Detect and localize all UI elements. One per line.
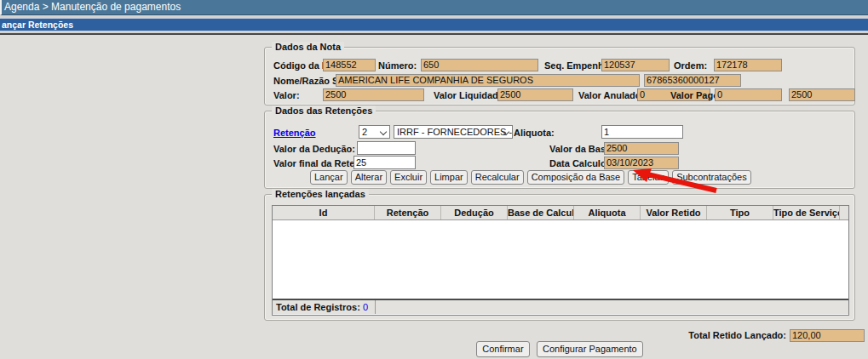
alterar-button[interactable]: Alterar bbox=[351, 170, 387, 185]
composicao-da-base-button[interactable]: Composição da Base bbox=[527, 170, 625, 185]
retencoes-table-body-empty bbox=[273, 220, 848, 299]
valor-liquidado-field: 2500 bbox=[497, 88, 573, 101]
numero-label: Número: bbox=[378, 60, 417, 71]
configurar-pagamento-button[interactable]: Configurar Pagamento bbox=[537, 341, 643, 357]
base-calculo-field: 2500 bbox=[604, 142, 679, 155]
retencoes-table-footer: Total de Registros: 0 bbox=[273, 299, 848, 314]
chevron-down-icon bbox=[380, 128, 387, 135]
column-header-tipo-de-servico: Tipo de Serviço bbox=[773, 206, 839, 219]
column-header-base-de-calculo: Base de Calculo bbox=[507, 206, 573, 219]
valor-label: Valor: bbox=[273, 89, 300, 101]
retencao-desc-selected: IRRF - FORNECEDORES - PJ - 1% bbox=[397, 127, 513, 137]
lancar-button[interactable]: Lançar bbox=[310, 170, 348, 185]
column-header-valor-retido: Valor Retido bbox=[640, 206, 706, 219]
ordem-field: 172178 bbox=[714, 59, 782, 71]
column-header-tipo: Tipo bbox=[706, 206, 773, 219]
valor-field: 2500 bbox=[323, 88, 424, 101]
total-registros-label: Total de Registros: bbox=[276, 302, 360, 312]
retencao-code-selected: 2 bbox=[362, 127, 367, 137]
column-header-aliquota: Aliquota bbox=[573, 206, 640, 219]
subnav-bar: ançar Retenções bbox=[0, 18, 868, 31]
data-calculo-label: Data Calculo bbox=[549, 157, 606, 169]
total-retido-lancado-label: Total Retido Lançado: bbox=[626, 330, 786, 340]
numero-field: 650 bbox=[421, 59, 538, 71]
red-arrow-annotation bbox=[628, 165, 726, 197]
retencao-code-select[interactable]: 2 bbox=[359, 125, 390, 139]
ordem-label: Ordem: bbox=[674, 60, 707, 71]
column-header-retencao: Retenção bbox=[374, 206, 440, 219]
valor-deducao-input[interactable] bbox=[357, 141, 416, 155]
confirmar-button[interactable]: Confirmar bbox=[476, 341, 529, 357]
valor-final-retencao-input[interactable] bbox=[354, 156, 416, 169]
excluir-button[interactable]: Excluir bbox=[390, 170, 427, 185]
valor-liquidado-label: Valor Liquidado: bbox=[434, 89, 507, 101]
legend-dados-da-nota: Dados da Nota bbox=[272, 42, 344, 53]
limpar-button[interactable]: Limpar bbox=[430, 170, 468, 185]
cnpj-field: 67865360000127 bbox=[644, 74, 741, 87]
column-header-id: Id bbox=[273, 206, 374, 219]
seq-empenho-field: 120537 bbox=[601, 59, 670, 71]
aliquota-label: Aliquota: bbox=[514, 127, 555, 139]
retencao-link[interactable]: Retenção bbox=[273, 127, 316, 139]
retencoes-table: Id Retenção Dedução Base de Calculo Aliq… bbox=[272, 205, 849, 316]
divider-darkline bbox=[0, 33, 868, 35]
retencao-desc-select[interactable]: IRRF - FORNECEDORES - PJ - 1% bbox=[394, 125, 513, 139]
total-registros-value: 0 bbox=[363, 302, 368, 312]
nome-razao-social-field: AMERICAN LIFE COMPANHIA DE SEGUROS bbox=[336, 74, 640, 87]
retencoes-table-header: Id Retenção Dedução Base de Calculo Aliq… bbox=[273, 206, 848, 220]
column-header-deducao: Dedução bbox=[440, 206, 507, 219]
breadcrumb: Agenda > Manutenção de pagamentos bbox=[4, 1, 181, 13]
column-header-filler bbox=[839, 206, 848, 219]
legend-retencoes-lancadas: Retenções lançadas bbox=[272, 189, 369, 200]
valor-anulado-label: Valor Anulado: bbox=[578, 89, 644, 101]
subnav-title: ançar Retenções bbox=[2, 20, 73, 30]
valor-deducao-label: Valor da Dedução: bbox=[273, 143, 355, 155]
valor-pago-extra-field: 2500 bbox=[789, 88, 855, 101]
fieldset-dados-da-nota: Dados da Nota Código da Nota: 148552 Núm… bbox=[264, 47, 855, 105]
aliquota-input[interactable] bbox=[601, 125, 683, 139]
valor-pago-field: 0 bbox=[715, 88, 782, 101]
fieldset-dados-das-retencoes: Dados das Retenções Retenção 2 IRRF - FO… bbox=[264, 111, 855, 189]
fieldset-retencoes-lancadas: Retenções lançadas Id Retenção Dedução B… bbox=[264, 194, 855, 321]
codigo-da-nota-field: 148552 bbox=[323, 59, 376, 71]
recalcular-button[interactable]: Recalcular bbox=[471, 170, 524, 185]
bottom-button-row: Confirmar Configurar Pagamento bbox=[264, 340, 855, 357]
breadcrumb-bar: Agenda > Manutenção de pagamentos bbox=[0, 0, 868, 15]
legend-dados-das-retencoes: Dados das Retenções bbox=[272, 105, 376, 117]
